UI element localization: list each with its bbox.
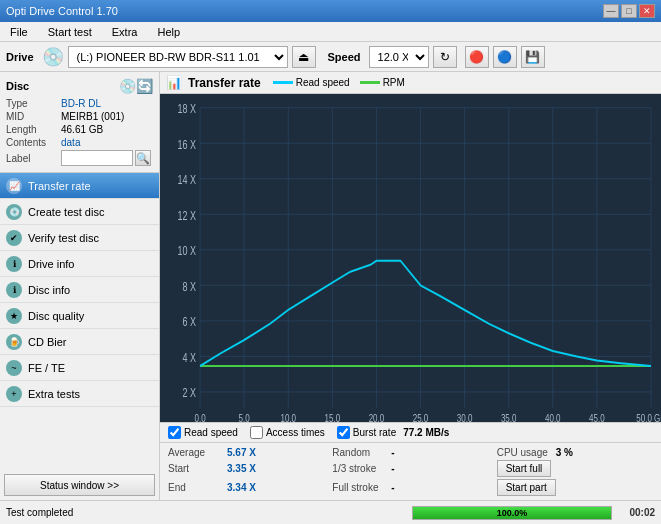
svg-text:20.0: 20.0 xyxy=(369,412,385,422)
end-label: End xyxy=(168,482,223,493)
drive-label: Drive xyxy=(6,51,34,63)
toolbar-btn-2[interactable]: 🔵 xyxy=(493,46,517,68)
svg-text:45.0: 45.0 xyxy=(589,412,605,422)
length-value: 46.61 GB xyxy=(61,124,103,135)
contents-value[interactable]: data xyxy=(61,137,80,148)
toolbar-btn-3[interactable]: 💾 xyxy=(521,46,545,68)
status-bar: Test completed 100.0% 00:02 xyxy=(0,500,661,524)
content-area: 📊 Transfer rate Read speed RPM xyxy=(160,72,661,500)
drive-selector[interactable]: (L:) PIONEER BD-RW BDR-S11 1.01 xyxy=(68,46,288,68)
svg-text:30.0: 30.0 xyxy=(457,412,473,422)
close-button[interactable]: ✕ xyxy=(639,4,655,18)
access-times-checkbox-label: Access times xyxy=(266,427,325,438)
stats-area: Average 5.67 X Random - CPU usage 3 % St… xyxy=(160,442,661,500)
progress-bar-container: 100.0% xyxy=(412,506,612,520)
transfer-rate-icon: 📈 xyxy=(6,178,22,194)
toolbar-btn-1[interactable]: 🔴 xyxy=(465,46,489,68)
nav-item-drive-info[interactable]: ℹ Drive info xyxy=(0,251,159,277)
svg-text:25.0: 25.0 xyxy=(413,412,429,422)
svg-text:40.0: 40.0 xyxy=(545,412,561,422)
cpu-row: CPU usage 3 % xyxy=(497,447,653,458)
svg-text:50.0 GB: 50.0 GB xyxy=(636,412,661,422)
burst-rate-checkbox-group: Burst rate 77.2 MB/s xyxy=(337,426,450,439)
label-browse-button[interactable]: 🔍 xyxy=(135,150,151,166)
menu-start-test[interactable]: Start test xyxy=(42,24,98,40)
menu-help[interactable]: Help xyxy=(151,24,186,40)
nav-item-transfer-rate[interactable]: 📈 Transfer rate xyxy=(0,173,159,199)
access-times-checkbox[interactable] xyxy=(250,426,263,439)
legend-read-label: Read speed xyxy=(296,77,350,88)
average-label: Average xyxy=(168,447,223,458)
status-text: Test completed xyxy=(6,507,404,518)
nav-item-verify-test-disc[interactable]: ✔ Verify test disc xyxy=(0,225,159,251)
nav-label-fe-te: FE / TE xyxy=(28,362,65,374)
cd-bier-icon: 🍺 xyxy=(6,334,22,350)
menu-file[interactable]: File xyxy=(4,24,34,40)
drive-toolbar: Drive 💿 (L:) PIONEER BD-RW BDR-S11 1.01 … xyxy=(0,42,661,72)
svg-text:2 X: 2 X xyxy=(183,386,197,400)
nav-label-cd-bier: CD Bier xyxy=(28,336,67,348)
chart-controls: Read speed Access times Burst rate 77.2 … xyxy=(160,422,661,442)
title-bar: Opti Drive Control 1.70 — □ ✕ xyxy=(0,0,661,22)
rpm-color xyxy=(360,81,380,84)
label-input[interactable] xyxy=(61,150,133,166)
random-value: - xyxy=(391,447,394,458)
nav-item-disc-info[interactable]: ℹ Disc info xyxy=(0,277,159,303)
random-row: Random - xyxy=(332,447,488,458)
svg-text:0.0: 0.0 xyxy=(195,412,206,422)
start-part-button[interactable]: Start part xyxy=(497,479,556,496)
chart-icon: 📊 xyxy=(166,75,182,90)
start-full-button[interactable]: Start full xyxy=(497,460,552,477)
read-speed-checkbox[interactable] xyxy=(168,426,181,439)
chart-legend: Read speed RPM xyxy=(273,77,405,88)
nav-label-transfer-rate: Transfer rate xyxy=(28,180,91,192)
cpu-label: CPU usage xyxy=(497,447,552,458)
mid-label: MID xyxy=(6,111,61,122)
burst-rate-checkbox[interactable] xyxy=(337,426,350,439)
nav-menu: 📈 Transfer rate 💿 Create test disc ✔ Ver… xyxy=(0,173,159,470)
access-times-checkbox-group: Access times xyxy=(250,426,325,439)
end-value: 3.34 X xyxy=(227,482,256,493)
disc-quality-icon: ★ xyxy=(6,308,22,324)
stroke13-value: - xyxy=(391,463,394,474)
speed-refresh-button[interactable]: ↻ xyxy=(433,46,457,68)
verify-test-disc-icon: ✔ xyxy=(6,230,22,246)
start-value: 3.35 X xyxy=(227,463,256,474)
burst-rate-checkbox-label: Burst rate xyxy=(353,427,396,438)
full-stroke-label: Full stroke xyxy=(332,482,387,493)
nav-label-disc-info: Disc info xyxy=(28,284,70,296)
disc-info-icon: ℹ xyxy=(6,282,22,298)
chart-area: 18 X 16 X 14 X 12 X 10 X 8 X 6 X 4 X 2 X… xyxy=(160,94,661,422)
contents-label: Contents xyxy=(6,137,61,148)
cpu-value: 3 % xyxy=(556,447,573,458)
nav-item-cd-bier[interactable]: 🍺 CD Bier xyxy=(0,329,159,355)
svg-text:6 X: 6 X xyxy=(183,315,197,329)
start-part-row: Start part xyxy=(497,479,653,496)
maximize-button[interactable]: □ xyxy=(621,4,637,18)
read-speed-color xyxy=(273,81,293,84)
time-display: 00:02 xyxy=(620,507,655,518)
window-controls: — □ ✕ xyxy=(603,4,655,18)
nav-item-disc-quality[interactable]: ★ Disc quality xyxy=(0,303,159,329)
nav-item-fe-te[interactable]: ~ FE / TE xyxy=(0,355,159,381)
status-window-button[interactable]: Status window >> xyxy=(4,474,155,496)
svg-text:10.0: 10.0 xyxy=(280,412,296,422)
eject-button[interactable]: ⏏ xyxy=(292,46,316,68)
legend-rpm-label: RPM xyxy=(383,77,405,88)
mid-value: MEIRB1 (001) xyxy=(61,111,124,122)
disc-panel: Disc 💿🔄 Type BD-R DL MID MEIRB1 (001) Le… xyxy=(0,72,159,173)
start-label: Start xyxy=(168,463,223,474)
average-value: 5.67 X xyxy=(227,447,256,458)
length-label: Length xyxy=(6,124,61,135)
average-row: Average 5.67 X xyxy=(168,447,324,458)
menu-extra[interactable]: Extra xyxy=(106,24,144,40)
nav-label-create-test-disc: Create test disc xyxy=(28,206,104,218)
speed-label: Speed xyxy=(328,51,361,63)
nav-item-extra-tests[interactable]: + Extra tests xyxy=(0,381,159,407)
nav-item-create-test-disc[interactable]: 💿 Create test disc xyxy=(0,199,159,225)
svg-text:15.0: 15.0 xyxy=(325,412,341,422)
svg-text:16 X: 16 X xyxy=(178,137,197,151)
nav-label-drive-info: Drive info xyxy=(28,258,74,270)
minimize-button[interactable]: — xyxy=(603,4,619,18)
speed-selector[interactable]: 12.0 X ↓ xyxy=(369,46,429,68)
